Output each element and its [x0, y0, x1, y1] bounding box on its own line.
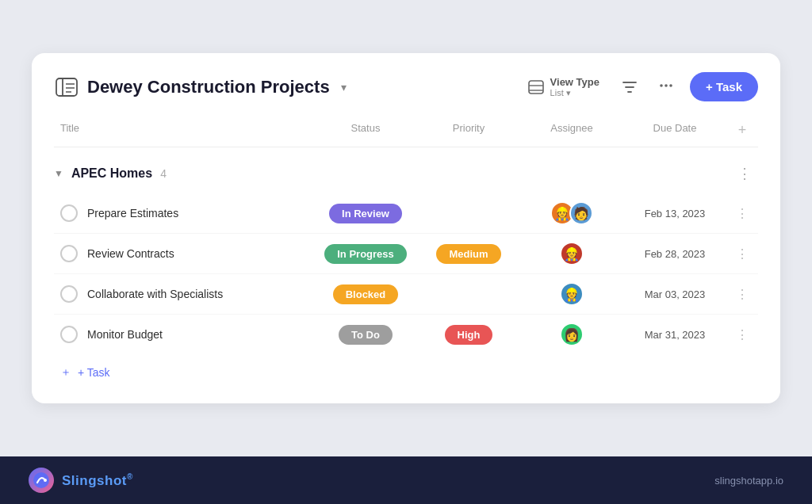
svg-point-10 [669, 84, 672, 87]
view-type-text: View Type List ▾ [550, 76, 599, 98]
group-left: ▼ APEC Homes 4 [54, 166, 167, 181]
svg-point-9 [665, 84, 668, 87]
header-left: Dewey Construction Projects ▾ [54, 76, 347, 98]
task-name: Review Contracts [87, 247, 174, 260]
task-more-icon[interactable]: ⋮ [726, 206, 758, 221]
task-row: Review ContractsIn ProgressMedium👷Feb 28… [54, 234, 758, 274]
task-assignee-cell: 👩 [520, 323, 623, 346]
svg-rect-0 [56, 78, 77, 96]
avatar: 👩 [560, 323, 584, 346]
footer-url: slingshotapp.io [714, 475, 783, 487]
add-task-button[interactable]: + Task [690, 72, 758, 101]
task-checkbox[interactable] [60, 204, 78, 222]
add-task-row[interactable]: ＋ + Task [54, 354, 758, 381]
status-badge[interactable]: In Review [329, 204, 402, 223]
view-type-sub: List ▾ [550, 88, 599, 98]
task-title-cell: Review Contracts [54, 245, 314, 262]
task-status-cell: Blocked [314, 284, 417, 304]
avatar: 👷 [560, 242, 584, 265]
col-assignee-header: Assignee [520, 122, 623, 139]
task-due-date: Mar 31, 2023 [623, 329, 726, 341]
task-priority-cell: High [417, 325, 520, 345]
col-status-header: Status [314, 122, 417, 139]
col-duedate-header: Due Date [623, 122, 726, 139]
footer-brand: Slingshot® [29, 468, 133, 493]
view-type-label: View Type [550, 76, 599, 88]
task-title-cell: Collaborate with Specialists [54, 285, 314, 303]
task-row: Prepare EstimatesIn Review👷🧑Feb 13, 2023… [54, 193, 758, 234]
task-due-date: Feb 28, 2023 [623, 248, 726, 260]
slingshot-logo [29, 468, 54, 493]
task-row: Collaborate with SpecialistsBlocked👷Mar … [54, 274, 758, 315]
task-priority-cell: Medium [417, 244, 520, 264]
task-due-date: Feb 13, 2023 [623, 208, 726, 220]
task-more-icon[interactable]: ⋮ [726, 246, 758, 262]
status-badge[interactable]: In Progress [324, 244, 407, 264]
priority-badge[interactable]: Medium [436, 244, 500, 264]
header-right: View Type List ▾ [522, 72, 758, 101]
task-assignee-cell: 👷🧑 [520, 201, 623, 225]
task-checkbox[interactable] [60, 326, 78, 343]
col-title-header: Title [54, 122, 314, 139]
task-name: Prepare Estimates [87, 207, 178, 220]
avatar: 👷 [560, 282, 584, 306]
svg-point-8 [660, 84, 663, 87]
project-title: Dewey Construction Projects [87, 77, 330, 97]
task-title-cell: Monitor Budget [54, 326, 314, 343]
col-priority-header: Priority [417, 122, 520, 139]
status-badge[interactable]: To Do [339, 325, 393, 345]
footer-brand-name: Slingshot® [62, 472, 133, 489]
priority-badge[interactable]: High [445, 325, 493, 345]
task-assignee-cell: 👷 [520, 242, 623, 265]
task-checkbox[interactable] [60, 285, 78, 303]
add-task-plus-icon: ＋ [60, 365, 71, 380]
task-status-cell: In Progress [314, 244, 417, 264]
status-badge[interactable]: Blocked [333, 284, 399, 304]
group-header: ▼ APEC Homes 4 ⋮ [54, 147, 758, 193]
group-more-icon[interactable]: ⋮ [731, 162, 758, 185]
svg-point-12 [44, 479, 47, 482]
sidebar-icon[interactable] [54, 76, 79, 98]
avatar-group: 👩 [560, 323, 584, 346]
task-checkbox[interactable] [60, 245, 78, 262]
avatar-group: 👷🧑 [550, 201, 593, 225]
task-title-cell: Prepare Estimates [54, 204, 314, 222]
add-task-label: + Task [78, 366, 110, 379]
svg-rect-5 [529, 81, 543, 94]
chevron-down-icon[interactable]: ▾ [341, 81, 347, 94]
task-status-cell: In Review [314, 204, 417, 223]
avatar-group: 👷 [560, 282, 584, 306]
main-card: Dewey Construction Projects ▾ View Type [32, 53, 780, 403]
group-count: 4 [160, 167, 167, 180]
card-header: Dewey Construction Projects ▾ View Type [54, 72, 758, 101]
filter-icon[interactable] [617, 75, 642, 99]
task-status-cell: To Do [314, 325, 417, 345]
collapse-icon[interactable]: ▼ [54, 168, 63, 179]
view-type-button[interactable]: View Type List ▾ [522, 73, 606, 101]
task-name: Collaborate with Specialists [87, 288, 223, 300]
task-list: Prepare EstimatesIn Review👷🧑Feb 13, 2023… [54, 193, 758, 354]
task-more-icon[interactable]: ⋮ [726, 287, 758, 302]
table-header: Title Status Priority Assignee Due Date … [54, 117, 758, 147]
task-row: Monitor BudgetTo DoHigh👩Mar 31, 2023⋮ [54, 315, 758, 354]
task-due-date: Mar 03, 2023 [623, 288, 726, 300]
group-name: APEC Homes [71, 166, 152, 181]
view-type-icon [528, 80, 544, 94]
footer: Slingshot® slingshotapp.io [0, 456, 812, 504]
avatar-group: 👷 [560, 242, 584, 265]
task-more-icon[interactable]: ⋮ [726, 327, 758, 342]
more-options-icon[interactable] [653, 74, 679, 101]
avatar: 🧑 [569, 201, 593, 225]
task-assignee-cell: 👷 [520, 282, 623, 306]
add-column-icon[interactable]: + [726, 122, 758, 139]
task-name: Monitor Budget [87, 328, 163, 341]
